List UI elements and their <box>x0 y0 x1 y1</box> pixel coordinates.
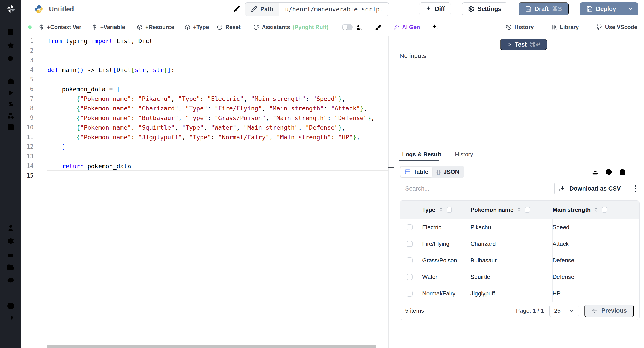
expand-sidebar-arrow-icon[interactable] <box>7 314 15 322</box>
view-table-button[interactable]: Table <box>400 166 432 177</box>
toolbar-right-group: History Library Use VScode <box>506 24 637 30</box>
previous-page-button[interactable]: Previous <box>584 304 634 317</box>
row-checkbox[interactable] <box>406 290 412 296</box>
table-row[interactable]: Grass/PoisonBulbasaurDefense <box>400 252 639 268</box>
windmill-logo-icon[interactable] <box>6 4 16 14</box>
tab-logs-result[interactable]: Logs & Result <box>402 151 441 158</box>
row-checkbox[interactable] <box>406 224 412 230</box>
row-checkbox[interactable] <box>406 241 412 247</box>
code-line[interactable]: {"Pokemon name": "Jigglypuff", "Type": "… <box>48 132 388 142</box>
search-icon[interactable] <box>7 55 15 63</box>
assistants-button[interactable]: Assistants (Pyright Ruff) <box>253 24 328 30</box>
format-brush-icon[interactable] <box>375 24 382 31</box>
path-button[interactable]: Path <box>245 3 279 16</box>
help-icon[interactable] <box>7 302 15 310</box>
settings-button[interactable]: Settings <box>462 2 507 16</box>
code-line[interactable] <box>48 46 388 56</box>
ai-bot-icon[interactable] <box>7 251 15 259</box>
table-cell: Grass/Poison <box>422 252 470 268</box>
code-line[interactable]: {"Pokemon name": "Bulbasaur", "Type": "G… <box>48 113 388 123</box>
sparkles-icon[interactable] <box>432 24 438 31</box>
sort-icon[interactable] <box>438 207 444 213</box>
variables-dollar-icon[interactable] <box>7 100 15 108</box>
sort-icon[interactable] <box>594 207 598 213</box>
select-all-checkbox[interactable] <box>406 207 408 212</box>
code-line[interactable]: return pokemon_data <box>48 161 388 171</box>
table-cell: Normal/Fairy <box>422 286 470 302</box>
diff-button[interactable]: Diff <box>419 2 451 16</box>
favorites-star-icon[interactable] <box>7 42 15 50</box>
runs-play-icon[interactable] <box>7 89 15 97</box>
add-type-button[interactable]: +Type <box>184 24 209 30</box>
table-cell: HP <box>552 286 639 302</box>
deploy-button[interactable]: Deploy <box>580 2 623 16</box>
settings-gear-icon[interactable] <box>7 237 15 245</box>
users-icon[interactable] <box>356 24 362 31</box>
pane-splitter-grip[interactable] <box>388 167 394 168</box>
path-label: Path <box>260 6 274 13</box>
column-filter-box[interactable] <box>602 207 607 213</box>
home-icon[interactable] <box>7 77 15 85</box>
code-line[interactable]: from typing import List, Dict <box>48 36 388 46</box>
schedules-calendar-icon[interactable] <box>7 123 15 131</box>
download-csv-button[interactable]: Download as CSV <box>559 185 621 192</box>
code-line[interactable] <box>48 171 388 180</box>
items-count: 5 items <box>405 307 424 314</box>
info-icon[interactable] <box>605 168 612 175</box>
library-button[interactable]: Library <box>551 24 579 30</box>
draft-button[interactable]: Draft ⌘S <box>518 2 569 16</box>
column-filter-box[interactable] <box>446 207 452 213</box>
code-editor[interactable]: 123456789101112131415 from typing import… <box>21 36 388 348</box>
table-row[interactable]: ElectricPikachuSpeed <box>400 219 639 236</box>
multiplayer-toggle[interactable] <box>342 24 353 30</box>
code-line[interactable]: {"Pokemon name": "Charizard", "Type": "F… <box>48 104 388 113</box>
expand-icon[interactable] <box>632 168 640 175</box>
reset-button[interactable]: Reset <box>217 24 240 30</box>
row-checkbox[interactable] <box>406 274 412 280</box>
view-json-button[interactable]: {} JSON <box>432 166 463 177</box>
audit-eye-icon[interactable] <box>7 276 15 284</box>
code-line[interactable]: {"Pokemon name": "Squirtle", "Type": "Wa… <box>48 123 388 132</box>
table-row[interactable]: Normal/FairyJigglypuffHP <box>400 285 639 302</box>
tab-history[interactable]: History <box>455 151 473 158</box>
table-menu-kebab-icon[interactable] <box>634 185 636 192</box>
arrow-left-icon <box>592 308 598 314</box>
add-variable-button[interactable]: +Variable <box>92 24 125 30</box>
user-icon[interactable] <box>7 224 15 232</box>
edit-title-pencil-icon[interactable] <box>233 5 240 12</box>
add-resource-button[interactable]: +Resource <box>137 24 174 30</box>
table-search-input[interactable] <box>400 182 554 196</box>
table-row[interactable]: Fire/FlyingCharizardAttack <box>400 236 639 252</box>
sort-icon[interactable] <box>516 207 522 213</box>
table-row[interactable]: WaterSquirtleDefense <box>400 268 639 285</box>
code-line[interactable]: {"Pokemon name": "Pikachu", "Type": "Ele… <box>48 94 388 104</box>
code-line[interactable]: def main() -> List[Dict[str, str]]: <box>48 65 388 75</box>
deploy-dropdown-button[interactable] <box>623 2 638 16</box>
code-line[interactable]: ] <box>48 142 388 152</box>
workspace-building-icon[interactable] <box>7 28 15 36</box>
test-button[interactable]: Test ⌘↵ <box>500 39 547 50</box>
copy-clipboard-icon[interactable] <box>619 168 626 175</box>
add-context-var-button[interactable]: +Context Var <box>38 24 82 30</box>
code-line[interactable]: pokemon_data = [ <box>48 84 388 94</box>
code-content[interactable]: from typing import List, Dictdef main() … <box>48 36 388 180</box>
line-number: 10 <box>21 123 48 132</box>
page-size-select[interactable]: 25 <box>550 304 579 317</box>
table-cell: Defense <box>552 252 639 268</box>
column-filter-box[interactable] <box>524 207 530 213</box>
download-result-icon[interactable] <box>592 168 598 175</box>
path-value[interactable]: u/henri/maneuverable_script <box>279 3 389 16</box>
resources-boxes-icon[interactable] <box>7 112 15 120</box>
code-line[interactable] <box>48 75 388 84</box>
horizontal-scrollbar[interactable] <box>48 345 376 348</box>
pane-splitter[interactable] <box>388 36 389 348</box>
folders-icon[interactable] <box>7 264 15 272</box>
code-line[interactable] <box>48 152 388 161</box>
code-line[interactable] <box>48 56 388 65</box>
results-tabs: Logs & Result History <box>390 148 644 162</box>
ai-gen-button[interactable]: AI Gen <box>393 24 420 30</box>
use-vscode-button[interactable]: Use VScode <box>596 24 637 30</box>
row-checkbox[interactable] <box>406 258 412 264</box>
connection-status-dot <box>28 26 32 29</box>
history-button[interactable]: History <box>506 24 534 30</box>
